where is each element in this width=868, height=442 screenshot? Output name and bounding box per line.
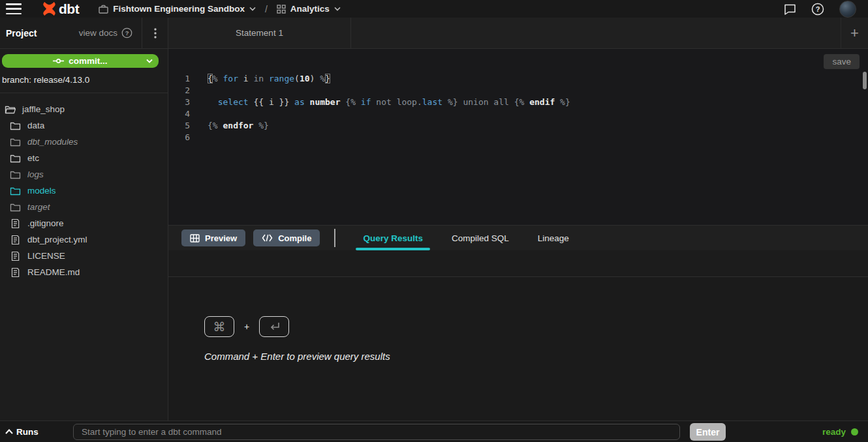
chevron-down-icon xyxy=(334,7,341,11)
tree-item-target[interactable]: target xyxy=(0,199,168,215)
git-commit-icon xyxy=(53,57,64,65)
tree-item-data[interactable]: data xyxy=(0,117,168,134)
line-number: 6 xyxy=(168,132,198,143)
tree-item-dbt-modules[interactable]: dbt_modules xyxy=(0,134,168,150)
plus-text: + xyxy=(244,321,249,332)
line-tokens: {% endfor %} xyxy=(198,120,269,132)
command-key-icon: ⌘ xyxy=(204,316,234,337)
new-tab-button[interactable]: + xyxy=(841,18,868,48)
tree-item-label: README.md xyxy=(27,267,80,277)
line-tokens xyxy=(198,85,208,96)
user-avatar[interactable] xyxy=(839,1,856,18)
sidebar-header: Project view docs ? xyxy=(0,18,168,49)
line-number: 5 xyxy=(168,120,198,132)
folder-icon xyxy=(10,186,21,196)
topbar-actions: ? xyxy=(784,1,856,18)
grid-icon xyxy=(277,5,286,14)
line-number: 1 xyxy=(168,73,198,85)
tree-item-label: etc xyxy=(27,153,39,163)
tree-item-logs[interactable]: logs xyxy=(0,166,168,183)
file-tree: jaffle_shop data dbt_modules etc logs mo… xyxy=(0,93,168,420)
view-docs-label: view docs xyxy=(79,28,117,38)
line-number: 3 xyxy=(168,96,198,108)
tree-item--gitignore[interactable]: .gitignore xyxy=(0,215,168,231)
git-section: commit... branch: release/4.13.0 xyxy=(0,49,168,93)
preview-button[interactable]: Preview xyxy=(181,229,245,246)
code-line: 5 {% endfor %} xyxy=(168,120,868,132)
status-label: ready xyxy=(822,427,846,437)
results-tab-label: Compiled SQL xyxy=(452,233,509,243)
editor-tab-statement-1[interactable]: Statement 1 xyxy=(168,18,351,48)
code-editor[interactable]: save 1 {% for i in range(10) %} 2 3 sele… xyxy=(168,49,868,225)
results-tab-lineage[interactable]: Lineage xyxy=(523,226,583,250)
commit-button-label: commit... xyxy=(69,56,107,66)
results-tab-label: Lineage xyxy=(538,233,569,243)
results-tab-query-results[interactable]: Query Results xyxy=(349,226,437,250)
results-content: ⌘ + Command + Enter to preview query res… xyxy=(168,277,868,420)
help-icon[interactable]: ? xyxy=(811,3,824,16)
dbt-logo-text: dbt xyxy=(59,1,79,17)
code-icon xyxy=(262,234,273,242)
chat-icon[interactable] xyxy=(784,3,796,15)
file-icon xyxy=(10,251,21,261)
enter-button[interactable]: Enter xyxy=(690,423,726,441)
dbt-logo[interactable]: dbt xyxy=(41,1,79,17)
commit-button[interactable]: commit... xyxy=(2,54,159,68)
folder-icon xyxy=(10,121,21,131)
folder-icon xyxy=(10,153,21,164)
file-icon xyxy=(10,218,21,229)
tree-item-label: LICENSE xyxy=(27,251,65,261)
tree-item-label: dbt_modules xyxy=(27,137,78,147)
table-icon xyxy=(190,234,200,243)
tree-item-etc[interactable]: etc xyxy=(0,150,168,166)
tree-item-label: dbt_project.yml xyxy=(27,235,87,244)
tree-item-license[interactable]: LICENSE xyxy=(0,248,168,264)
view-docs-link[interactable]: view docs ? xyxy=(79,27,142,38)
folder-icon xyxy=(10,169,21,180)
editor-tab-label: Statement 1 xyxy=(236,28,283,38)
chevron-down-icon xyxy=(249,7,256,11)
results-tab-label: Query Results xyxy=(363,233,423,243)
chevron-down-icon xyxy=(146,59,153,63)
results-tab-compiled-sql[interactable]: Compiled SQL xyxy=(437,226,523,250)
account-name: Fishtown Engineering Sandbox xyxy=(113,4,245,14)
plus-icon: + xyxy=(850,25,859,42)
tree-item-readme-md[interactable]: README.md xyxy=(0,264,168,280)
tree-item-label: target xyxy=(27,202,50,212)
file-icon xyxy=(10,267,21,278)
line-tokens xyxy=(198,132,208,143)
folder-icon xyxy=(10,137,21,147)
save-button[interactable]: save xyxy=(824,54,860,69)
tree-item-dbt-project-yml[interactable]: dbt_project.yml xyxy=(0,231,168,248)
project-sidebar: Project view docs ? xyxy=(0,18,168,420)
runs-toggle[interactable]: Runs xyxy=(5,427,39,437)
editor-scrollbar[interactable] xyxy=(863,72,867,89)
sidebar-menu-button[interactable] xyxy=(142,18,168,48)
status-indicator: ready xyxy=(822,427,858,437)
line-tokens xyxy=(198,108,208,120)
command-bar: Runs Enter ready xyxy=(0,420,868,442)
compile-button[interactable]: Compile xyxy=(253,229,320,246)
results-tabs: Query Results Compiled SQL Lineage xyxy=(349,226,583,250)
hamburger-menu-icon[interactable] xyxy=(6,3,22,14)
status-dot-icon xyxy=(851,428,858,435)
tree-item-jaffle-shop[interactable]: jaffle_shop xyxy=(0,101,168,117)
branch-label: branch: release/4.13.0 xyxy=(0,68,168,93)
line-number: 4 xyxy=(168,108,198,120)
project-switcher[interactable]: Analytics xyxy=(277,4,341,14)
account-switcher[interactable]: Fishtown Engineering Sandbox xyxy=(99,4,256,14)
project-name: Analytics xyxy=(290,4,330,14)
code-line: 4 xyxy=(168,108,868,120)
compile-button-label: Compile xyxy=(278,233,311,243)
dbt-command-input[interactable] xyxy=(73,424,680,440)
folder-open-icon xyxy=(5,104,16,115)
line-number: 2 xyxy=(168,85,198,96)
shortcut-hint-keys: ⌘ + xyxy=(204,316,868,337)
svg-text:?: ? xyxy=(125,30,129,37)
tree-item-label: data xyxy=(27,121,44,130)
sidebar-title: Project xyxy=(6,28,37,38)
tree-item-models[interactable]: models xyxy=(0,183,168,199)
line-tokens: {% for i in range(10) %} xyxy=(198,73,330,85)
code-line: 1 {% for i in range(10) %} xyxy=(168,73,868,85)
code-lines: 1 {% for i in range(10) %} 2 3 select {{… xyxy=(168,73,868,143)
